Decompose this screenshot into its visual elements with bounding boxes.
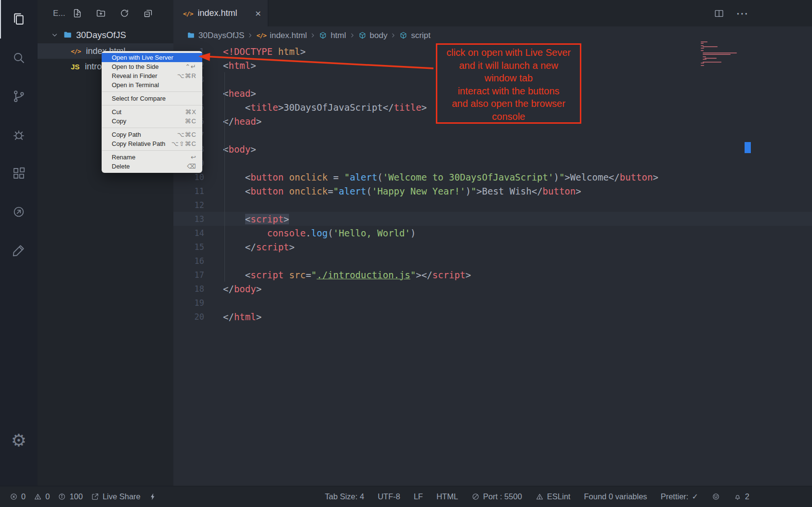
code-line-15[interactable]: 15 </script> — [173, 240, 812, 254]
status-port[interactable]: Port : 5500 — [471, 492, 522, 501]
activity-run-debug[interactable] — [0, 116, 38, 154]
minimap-line — [703, 46, 718, 47]
vscode-window: ⚙ E... 30DaysOfJS</>index.htmlJSintroduc… — [0, 0, 812, 507]
status-prettier[interactable]: Prettier:✓ — [661, 492, 698, 501]
minimap-line — [701, 41, 707, 42]
line-number: 17 — [173, 270, 204, 280]
menu-item-copy-relative-path[interactable]: Copy Relative Path⌥⇧⌘C — [102, 139, 202, 148]
line-content: <script src="./introduction.js"></script… — [223, 270, 471, 280]
indent-guide — [224, 72, 225, 282]
explorer-header: E... — [38, 0, 173, 26]
status-eol[interactable]: LF — [414, 492, 423, 501]
status-errors[interactable]: 0 — [10, 492, 26, 501]
menu-item-open-in-terminal[interactable]: Open in Terminal — [102, 80, 202, 90]
bolt-icon — [149, 493, 157, 501]
collapse-all-button[interactable] — [143, 8, 153, 18]
annotation-arrow — [193, 46, 441, 75]
status-tab-size[interactable]: Tab Size: 4 — [325, 492, 365, 501]
status-warnings[interactable]: 0 — [34, 492, 50, 501]
status-go-live-bolt[interactable] — [149, 493, 157, 501]
menu-item-copy-path[interactable]: Copy Path⌥⌘C — [102, 130, 202, 139]
status-live-share[interactable]: Live Share — [91, 492, 141, 501]
line-number: 11 — [173, 186, 204, 196]
code-line-7[interactable]: 7 — [173, 128, 812, 142]
breadcrumb-separator — [246, 31, 254, 39]
status-eslint[interactable]: ESLint — [536, 492, 571, 501]
status-variables[interactable]: Found 0 variables — [584, 492, 647, 501]
minimap-line — [701, 43, 704, 44]
code-line-11[interactable]: 11 <button onclick="alert('Happy New Yea… — [173, 184, 812, 198]
annotation-text-line: and also open the browser — [437, 97, 580, 110]
code-line-14[interactable]: 14 console.log('Hello, World') — [173, 226, 812, 240]
line-content: <head> — [223, 88, 256, 99]
refresh-button[interactable] — [119, 8, 130, 18]
breadcrumb-label: script — [411, 31, 431, 40]
activity-live-share[interactable] — [0, 193, 38, 231]
menu-item-label: Copy Path — [112, 131, 141, 138]
activity-feedback[interactable] — [0, 231, 38, 270]
annotation-text-line: and it will launch a new — [437, 59, 580, 72]
code-line-9[interactable]: 9 — [173, 156, 812, 170]
activity-settings[interactable]: ⚙ — [0, 421, 38, 460]
pen-icon — [12, 243, 26, 258]
status-notifications[interactable]: 2 — [733, 492, 749, 501]
menu-item-copy[interactable]: Copy⌘C — [102, 117, 202, 126]
code-line-19[interactable]: 19 — [173, 296, 812, 310]
line-number: 10 — [173, 172, 204, 182]
info-icon — [58, 493, 66, 501]
code-line-13[interactable]: 13 <script> — [173, 212, 812, 226]
status-info[interactable]: 100 — [58, 492, 83, 501]
chevron-right-icon — [348, 31, 356, 39]
code-line-17[interactable]: 17 <script src="./introduction.js"></scr… — [173, 268, 812, 282]
menu-item-delete[interactable]: Delete⌫ — [102, 162, 202, 171]
code-line-16[interactable]: 16 — [173, 254, 812, 268]
code-line-12[interactable]: 12 — [173, 198, 812, 212]
port-icon — [471, 493, 480, 501]
code-line-20[interactable]: 20</html> — [173, 310, 812, 324]
status-language-mode[interactable]: HTML — [436, 492, 458, 501]
minimap[interactable] — [701, 41, 744, 69]
minimap-line — [703, 54, 731, 55]
line-content: console.log('Hello, World') — [223, 228, 416, 238]
code-line-18[interactable]: 18</body> — [173, 282, 812, 296]
annotation-text-line: interact with the buttons — [437, 85, 580, 98]
line-number: 12 — [173, 200, 204, 210]
more-actions-button[interactable]: ⋯ — [736, 7, 748, 20]
line-content: </script> — [223, 242, 295, 252]
tree-folder-root[interactable]: 30DaysOfJS — [38, 26, 173, 43]
activity-search[interactable] — [0, 39, 38, 77]
split-editor-button[interactable] — [714, 8, 724, 19]
status-label: 0 — [21, 492, 26, 501]
extensions-icon — [12, 166, 26, 181]
menu-item-select-for-compare[interactable]: Select for Compare — [102, 94, 202, 103]
menu-item-rename[interactable]: Rename↩ — [102, 153, 202, 162]
code-tag-icon: </> — [256, 32, 266, 39]
breadcrumb-item-script[interactable]: script — [399, 31, 431, 40]
tab-index-html[interactable]: </> index.html × — [173, 0, 268, 26]
menu-item-label: Reveal in Finder — [112, 72, 157, 79]
breadcrumb-item-html[interactable]: html — [319, 31, 346, 40]
new-folder-button[interactable] — [96, 8, 106, 18]
menu-item-label: Rename — [112, 154, 135, 161]
activity-source-control[interactable] — [0, 77, 38, 116]
activity-explorer[interactable] — [0, 0, 38, 39]
menu-item-open-with-live-server[interactable]: Open with Live Server — [102, 53, 202, 62]
status-feedback-smiley[interactable] — [712, 493, 720, 501]
code-line-8[interactable]: 8<body> — [173, 142, 812, 156]
new-file-button[interactable] — [72, 8, 82, 18]
annotation-text-line: console — [437, 110, 580, 123]
status-label: Prettier: — [661, 492, 689, 501]
breadcrumb-item-body[interactable]: body — [358, 31, 388, 40]
status-label: Found 0 variables — [584, 492, 647, 501]
menu-item-cut[interactable]: Cut⌘X — [102, 107, 202, 117]
breadcrumb-item-30DaysOfJS[interactable]: 30DaysOfJS — [187, 31, 244, 40]
code-line-10[interactable]: 10 <button onclick = "alert('Welcome to … — [173, 170, 812, 184]
menu-item-reveal-in-finder[interactable]: Reveal in Finder⌥⌘R — [102, 71, 202, 80]
activity-extensions[interactable] — [0, 154, 38, 193]
breadcrumb-separator — [309, 31, 317, 39]
breadcrumb-item-index.html[interactable]: </>index.html — [256, 31, 307, 40]
close-icon[interactable]: × — [255, 8, 261, 18]
tab-icon-slot: </> — [183, 8, 193, 18]
menu-item-open-to-the-side[interactable]: Open to the Side⌃↵ — [102, 62, 202, 71]
status-encoding[interactable]: UTF-8 — [378, 492, 400, 501]
